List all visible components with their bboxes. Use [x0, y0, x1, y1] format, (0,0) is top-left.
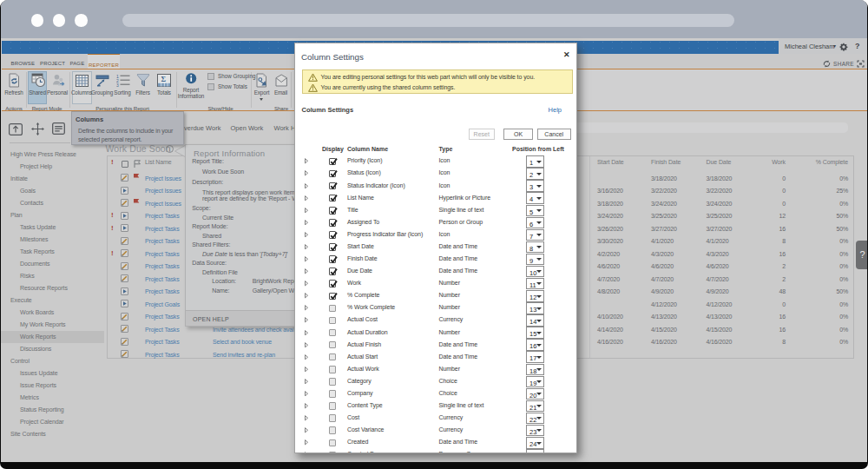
svg-text:3: 3: [116, 83, 119, 87]
svg-text:Σ: Σ: [161, 75, 167, 83]
